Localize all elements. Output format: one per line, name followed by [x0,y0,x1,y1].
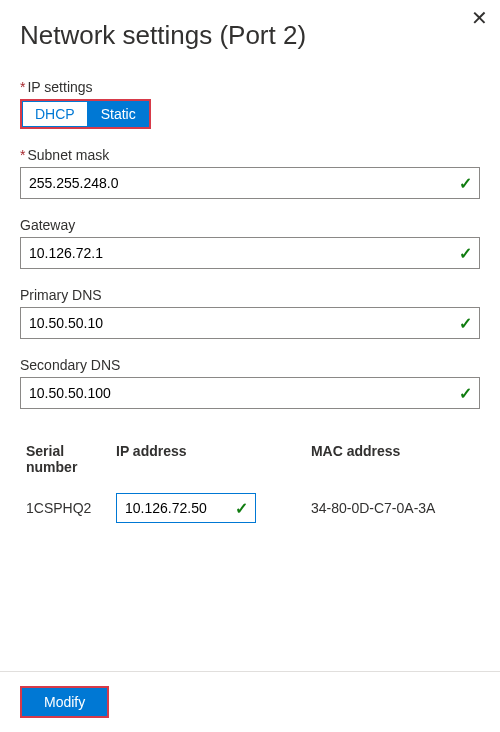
ip-settings-toggle: DHCP Static [20,99,151,129]
secondary-dns-field: Secondary DNS ✓ [20,357,480,409]
ip-address-input[interactable] [116,493,256,523]
ip-settings-field: *IP settings DHCP Static [20,79,480,129]
ip-cell: ✓ [110,487,305,529]
subnet-mask-input[interactable] [20,167,480,199]
primary-dns-field: Primary DNS ✓ [20,287,480,339]
required-star-icon: * [20,79,25,95]
serial-cell: 1CSPHQ2 [20,487,110,529]
bottom-bar: Modify [0,671,500,732]
primary-dns-input[interactable] [20,307,480,339]
subnet-mask-label: *Subnet mask [20,147,480,163]
col-mac-header: MAC address [305,435,480,487]
col-ip-header: IP address [110,435,305,487]
mac-cell: 34-80-0D-C7-0A-3A [305,487,480,529]
dhcp-option[interactable]: DHCP [22,101,88,127]
subnet-mask-field: *Subnet mask ✓ [20,147,480,199]
secondary-dns-input[interactable] [20,377,480,409]
static-option[interactable]: Static [88,101,149,127]
subnet-mask-label-text: Subnet mask [27,147,109,163]
table-row: 1CSPHQ2 ✓ 34-80-0D-C7-0A-3A [20,487,480,529]
primary-dns-label: Primary DNS [20,287,480,303]
gateway-field: Gateway ✓ [20,217,480,269]
close-icon[interactable]: ✕ [471,8,488,28]
ip-settings-label: *IP settings [20,79,480,95]
node-table: Serial number IP address MAC address 1CS… [20,435,480,529]
page-title: Network settings (Port 2) [20,20,480,51]
gateway-input[interactable] [20,237,480,269]
modify-button[interactable]: Modify [20,686,109,718]
col-serial-header: Serial number [20,435,110,487]
secondary-dns-label: Secondary DNS [20,357,480,373]
required-star-icon: * [20,147,25,163]
gateway-label: Gateway [20,217,480,233]
ip-settings-label-text: IP settings [27,79,92,95]
